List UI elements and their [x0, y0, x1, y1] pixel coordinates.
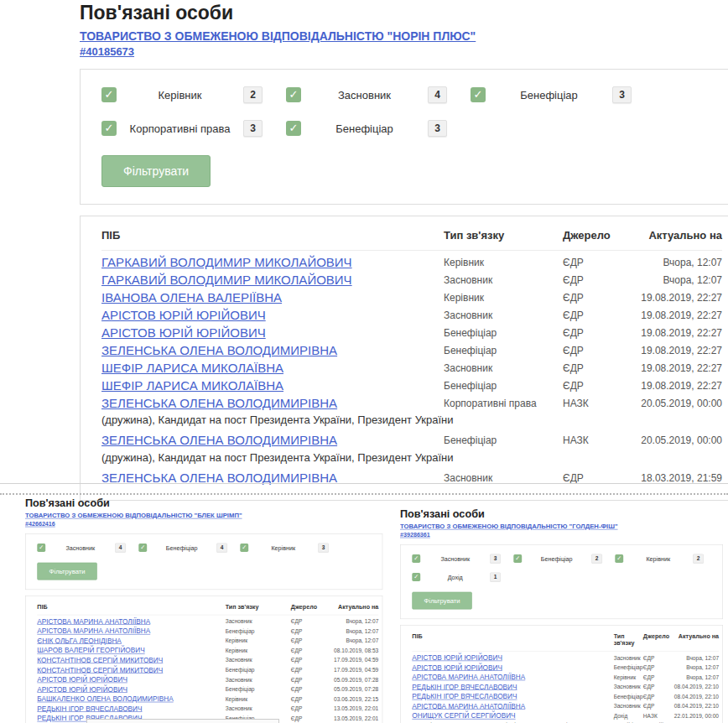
filter-count-badge: 4 — [428, 86, 447, 103]
table-row: АРІСТОВ ЮРІЙ ЮРІЙОВИЧБенефіціарЄДР19.08.… — [101, 324, 722, 341]
person-cell: КОНСТАНТІНОВ СЕРГІЙ МИКИТОВИЧ — [37, 666, 225, 674]
filter-groups: ✓Засновник3✓Бенефіціар2✓Керівник2✓Дохід1 — [412, 554, 710, 582]
filter-button[interactable]: Фільтрувати — [101, 155, 211, 187]
checkbox-checked-icon[interactable]: ✓ — [101, 87, 117, 102]
person-link[interactable]: ОНИЩУК СЕРГІЙ СЕРГІЙОВИЧ — [412, 711, 515, 719]
source-cell: ЄДР — [291, 648, 329, 654]
person-cell: АРІСТОВ ЮРІЙ ЮРІЙОВИЧ — [37, 675, 225, 684]
person-link[interactable]: АРІСТОВ ЮРІЙ ЮРІЙОВИЧ — [37, 675, 127, 683]
person-link[interactable]: ЄНІК ОЛЬГА ЛЕОНІДІВНА — [37, 637, 122, 644]
table-row: АРІСТОВА МАРИНА АНАТОЛІЇВНАКерівникЄДРВч… — [412, 672, 719, 682]
company-link[interactable]: ТОВАРИСТВО З ОБМЕЖЕНОЮ ВІДПОВІДАЛЬНІСТЮ … — [400, 523, 723, 531]
pagination-stub[interactable] — [86, 719, 279, 723]
person-cell: АРІСТОВА МАРИНА АНАТОЛІЇВНА — [412, 702, 613, 710]
relation-type-cell: Засновник — [614, 703, 643, 710]
checkbox-checked-icon[interactable]: ✓ — [37, 544, 45, 552]
checkbox-checked-icon[interactable]: ✓ — [138, 544, 147, 552]
relation-type-cell: Бенефіціар — [226, 628, 291, 635]
column-header: Джерело — [563, 230, 632, 242]
person-cell: РЕДЬКІН ІГОР ВЯЧЕСЛАВОВИЧ — [412, 683, 613, 691]
filter-groups: ✓Засновник4✓Бенефіціар4✓Керівник3 — [37, 544, 371, 553]
person-link[interactable]: АРІСТОВ ЮРІЙ ЮРІЙОВИЧ — [412, 663, 502, 671]
person-link[interactable]: АРІСТОВА МАРИНА АНАТОЛІЇВНА — [37, 627, 150, 634]
date-cell: 17.09.2019, 04:59 — [329, 667, 378, 674]
person-link[interactable]: ШЕФІР ЛАРИСА МИКОЛАЇВНА — [101, 361, 283, 375]
checkbox-checked-icon[interactable]: ✓ — [615, 554, 623, 563]
table-row: РЕДЬКІН ІГОР ВЯЧЕСЛАВОВИЧБенефіціарЄДР08… — [412, 691, 719, 701]
table-row: ШАРОВ ВАЛЕРІЙ ГЕОРГІЙОВИЧКерівникЄДР08.1… — [37, 646, 378, 656]
source-cell: ЄДР — [563, 309, 632, 321]
person-link[interactable]: КОНСТАНТІНОВ СЕРГІЙ МИКИТОВИЧ — [37, 656, 163, 663]
person-link[interactable]: АРІСТОВ ЮРІЙ ЮРІЙОВИЧ — [412, 653, 502, 661]
person-cell: АРІСТОВА МАРИНА АНАТОЛІЇВНА — [412, 673, 613, 681]
person-link[interactable]: ІВАНОВА ОЛЕНА ВАЛЕРІЇВНА — [101, 290, 282, 304]
source-cell: ЄДР — [643, 654, 673, 661]
column-header: Тип зв'язку — [614, 633, 643, 647]
checkbox-checked-icon[interactable]: ✓ — [471, 87, 486, 102]
relation-type-cell: Керівник — [444, 257, 563, 268]
column-header: ПІБ — [37, 604, 225, 611]
table-row: ІВАНОВА ОЛЕНА ВАЛЕРІЇВНАКерівникЄДР19.08… — [101, 289, 722, 306]
relation-type-cell: Засновник — [614, 654, 643, 661]
person-link[interactable]: АРІСТОВ ЮРІЙ ЮРІЙОВИЧ — [37, 685, 127, 693]
relation-type-cell: Засновник — [614, 684, 643, 690]
person-link[interactable]: РЕДЬКІН ІГОР ВЯЧЕСЛАВОВИЧ — [37, 705, 142, 712]
date-cell: Вчора, 12:07 — [632, 274, 722, 286]
person-link[interactable]: АРІСТОВА МАРИНА АНАТОЛІЇВНА — [37, 617, 150, 625]
person-cell: ШАРОВ ВАЛЕРІЙ ГЕОРГІЙОВИЧ — [37, 647, 225, 655]
person-link[interactable]: РЕДЬКІН ІГОР ВЯЧЕСЛАВОВИЧ — [412, 683, 517, 690]
person-link[interactable]: АРІСТОВА МАРИНА АНАТОЛІЇВНА — [412, 702, 525, 710]
filter-button[interactable]: Фільтрувати — [412, 592, 472, 610]
person-cell: АРІСТОВ ЮРІЙ ЮРІЙОВИЧ — [37, 685, 225, 694]
table-body: ГАРКАВИЙ ВОЛОДИМИР МИКОЛАЙОВИЧКерівникЄД… — [101, 251, 722, 486]
filter-label: Керівник — [248, 544, 318, 551]
person-link[interactable]: ЗЕЛЕНСЬКА ОЛЕНА ВОЛОДИМИРІВНА — [101, 343, 337, 357]
company-code-link[interactable]: #39286361 — [400, 532, 430, 538]
person-cell: КОНСТАНТІНОВ СЕРГІЙ МИКИТОВИЧ — [37, 656, 225, 664]
person-link[interactable]: КОНСТАНТІНОВ СЕРГІЙ МИКИТОВИЧ — [37, 666, 163, 674]
filter-count-badge: 2 — [693, 554, 704, 564]
date-cell: 03.06.2019, 22:15 — [329, 695, 378, 702]
person-link[interactable]: ГАРКАВИЙ ВОЛОДИМИР МИКОЛАЙОВИЧ — [101, 255, 352, 269]
checkbox-checked-icon[interactable]: ✓ — [286, 87, 301, 102]
person-link[interactable]: ЗЕЛЕНСЬКА ОЛЕНА ВОЛОДИМИРІВНА — [101, 396, 337, 410]
table-row: АРІСТОВ ЮРІЙ ЮРІЙОВИЧБенефіціарЄДРВчора,… — [412, 663, 719, 673]
checkbox-checked-icon[interactable]: ✓ — [240, 544, 248, 552]
filter-label: Керівник — [623, 555, 693, 562]
person-link[interactable]: БАШКАЛЕНКО ОЛЕНА ВОЛОДИМИРІВНА — [37, 694, 173, 702]
checkbox-checked-icon[interactable]: ✓ — [412, 554, 420, 563]
company-code-link[interactable]: #42662416 — [25, 521, 55, 528]
checkbox-checked-icon[interactable]: ✓ — [101, 121, 117, 136]
table-row: ОНИЩУК СЕРГІЙ СЕРГІЙОВИЧДохідНАЗК22.01.2… — [412, 711, 719, 721]
person-link[interactable]: АРІСТОВ ЮРІЙ ЮРІЙОВИЧ — [101, 325, 266, 340]
relation-type-cell: Керівник — [226, 695, 291, 702]
filter-group: ✓Керівник2 — [615, 554, 716, 564]
person-cell: ШЕФІР ЛАРИСА МИКОЛАЇВНА — [101, 361, 444, 376]
filter-label: Бенефіціар — [486, 89, 612, 101]
date-cell: 19.08.2019, 22:27 — [632, 309, 722, 321]
filter-button[interactable]: Фільтрувати — [37, 563, 97, 580]
company-code-link[interactable]: #40185673 — [80, 45, 134, 58]
source-cell: ЄДР — [291, 667, 329, 674]
column-header: ПІБ — [101, 230, 444, 242]
person-link[interactable]: АРІСТОВ ЮРІЙ ЮРІЙОВИЧ — [101, 308, 266, 322]
person-link[interactable]: ШЕФІР ЛАРИСА МИКОЛАЇВНА — [101, 378, 283, 393]
table-row: БАШКАЛЕНКО ОЛЕНА ВОЛОДИМИРІВНАКерівникЄД… — [37, 694, 378, 704]
checkbox-checked-icon[interactable]: ✓ — [412, 573, 420, 581]
date-cell: 20.05.2019, 00:00 — [632, 434, 722, 446]
person-link[interactable]: ГАРКАВИЙ ВОЛОДИМИР МИКОЛАЙОВИЧ — [101, 273, 352, 287]
date-cell: 08.04.2019, 22:10 — [673, 684, 719, 690]
checkbox-checked-icon[interactable]: ✓ — [513, 554, 522, 563]
person-link[interactable]: ЗЕЛЕНСЬКА ОЛЕНА ВОЛОДИМИРІВНА — [101, 433, 337, 447]
company-link[interactable]: ТОВАРИСТВО З ОБМЕЖЕНОЮ ВІДПОВІДАЛЬНІСТЮ … — [25, 512, 382, 520]
person-link[interactable]: АРІСТОВА МАРИНА АНАТОЛІЇВНА — [412, 673, 525, 680]
person-link[interactable]: РЕДЬКІН ІГОР ВЯЧЕСЛАВОВИЧ — [412, 692, 517, 700]
relation-type-cell: Засновник — [226, 705, 291, 712]
source-cell: ЄДР — [291, 628, 329, 635]
person-link[interactable]: ШАРОВ ВАЛЕРІЙ ГЕОРГІЙОВИЧ — [37, 647, 144, 654]
checkbox-checked-icon[interactable]: ✓ — [286, 121, 301, 136]
person-cell: ЗЕЛЕНСЬКА ОЛЕНА ВОЛОДИМИРІВНА — [101, 433, 444, 448]
company-link[interactable]: ТОВАРИСТВО З ОБМЕЖЕНОЮ ВІДПОВІДАЛЬНІСТЮ … — [80, 29, 728, 44]
date-cell: Вчора, 12:07 — [673, 674, 719, 680]
source-cell: ЄДР — [563, 362, 632, 374]
